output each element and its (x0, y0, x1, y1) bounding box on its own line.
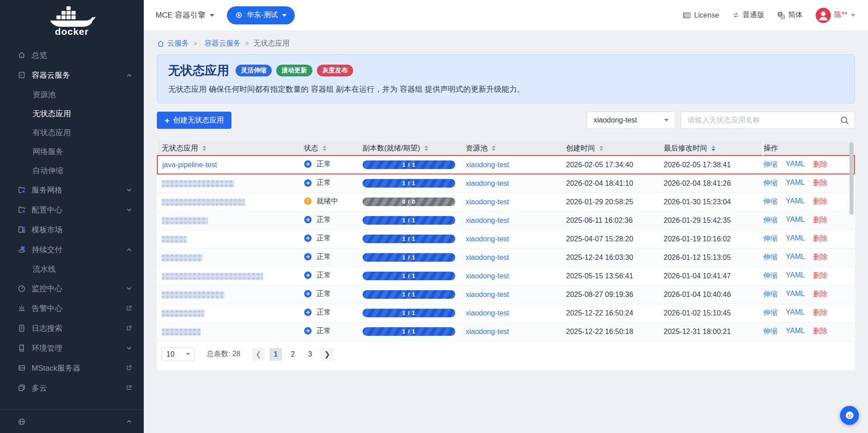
external-link-icon[interactable] (126, 385, 132, 391)
redacted-app-name[interactable] (162, 310, 204, 317)
external-link-icon[interactable] (126, 365, 132, 371)
sidebar-subitem[interactable]: 网络服务 (0, 142, 144, 161)
sidebar-item-11[interactable]: 多云 (0, 378, 144, 398)
column-header[interactable]: 副本数(就绪/期望) (363, 141, 466, 155)
sort-icon[interactable] (599, 146, 603, 151)
action-yaml-link[interactable]: YAML (786, 253, 805, 262)
action-delete-link[interactable]: 删除 (813, 308, 827, 318)
action-delete-link[interactable]: 删除 (813, 327, 827, 336)
action-scale-link[interactable]: 伸缩 (763, 271, 778, 281)
breadcrumb-link-cloud[interactable]: 云服务 (167, 39, 189, 48)
column-header[interactable]: 最后修改时间 (664, 141, 763, 155)
redacted-app-name[interactable] (162, 180, 234, 187)
page-button-3[interactable]: 3 (304, 348, 316, 361)
action-yaml-link[interactable]: YAML (786, 290, 805, 299)
action-scale-link[interactable]: 伸缩 (763, 216, 778, 225)
sidebar-item-4[interactable]: 模板市场 (0, 220, 144, 240)
locale-switch[interactable]: 文A 简体 (777, 10, 803, 20)
action-delete-link[interactable]: 删除 (813, 160, 827, 169)
chevron-up-icon[interactable] (126, 419, 132, 424)
action-yaml-link[interactable]: YAML (786, 197, 805, 207)
page-size-select[interactable]: 10 (161, 348, 195, 361)
sidebar-item-2[interactable]: 服务网格 (0, 180, 144, 200)
action-delete-link[interactable]: 删除 (813, 179, 827, 188)
redacted-app-name[interactable] (162, 273, 263, 280)
action-delete-link[interactable]: 删除 (813, 234, 827, 244)
product-switcher[interactable]: MCE 容器引擎 (156, 10, 214, 20)
column-header[interactable]: 状态 (304, 141, 363, 155)
action-yaml-link[interactable]: YAML (786, 271, 805, 281)
action-scale-link[interactable]: 伸缩 (763, 197, 778, 207)
redacted-app-name[interactable] (162, 254, 203, 261)
prev-page-button[interactable]: ❮ (252, 348, 265, 361)
cluster-selector[interactable]: 华东-测试 (227, 6, 295, 24)
action-yaml-link[interactable]: YAML (786, 216, 805, 225)
redacted-app-name[interactable] (162, 292, 224, 298)
sidebar-subitem[interactable]: 自动伸缩 (0, 161, 144, 180)
sort-icon[interactable] (712, 146, 715, 151)
edition-switch[interactable]: 普通版 (732, 10, 764, 20)
sidebar-subitem[interactable]: 有状态应用 (0, 123, 144, 142)
chevron-up-icon[interactable] (126, 247, 132, 253)
column-header[interactable]: 资源池 (466, 141, 566, 155)
sidebar-footer-toggle[interactable] (0, 409, 144, 433)
column-header[interactable]: 无状态应用 (157, 141, 304, 155)
search-icon[interactable] (840, 116, 849, 125)
external-link-icon[interactable] (126, 325, 132, 331)
sidebar-item-0[interactable]: 总览 (0, 45, 144, 65)
sidebar-item-6[interactable]: 监控中心 (0, 278, 144, 298)
pool-link[interactable]: xiaodong-test (466, 272, 509, 280)
chevron-down-icon[interactable] (126, 345, 132, 351)
chevron-down-icon[interactable] (126, 286, 132, 292)
chevron-up-icon[interactable] (126, 72, 132, 78)
action-yaml-link[interactable]: YAML (786, 160, 805, 169)
redacted-app-name[interactable] (162, 217, 208, 224)
sidebar-item-8[interactable]: 日志搜索 (0, 318, 144, 338)
action-scale-link[interactable]: 伸缩 (763, 290, 778, 299)
pool-select[interactable]: xiaodong-test (587, 112, 675, 129)
sidebar-item-1[interactable]: 容器云服务 (0, 65, 144, 85)
sidebar-item-5[interactable]: 持续交付 (0, 240, 144, 259)
sort-icon[interactable] (492, 146, 495, 151)
breadcrumb-link-container[interactable]: 容器云服务 (204, 39, 241, 48)
column-header[interactable]: 创建时间 (566, 141, 664, 155)
chevron-down-icon[interactable] (126, 187, 132, 193)
sidebar-subitem[interactable]: 资源池 (0, 85, 144, 104)
action-delete-link[interactable]: 删除 (813, 216, 827, 225)
search-input[interactable] (688, 116, 840, 124)
pool-link[interactable]: xiaodong-test (466, 161, 509, 169)
sidebar-item-7[interactable]: 告警中心 (0, 298, 144, 318)
chevron-down-icon[interactable] (126, 207, 132, 213)
sidebar-subitem[interactable]: 流水线 (0, 259, 144, 278)
external-link-icon[interactable] (126, 305, 132, 311)
sort-icon[interactable] (425, 146, 428, 151)
action-scale-link[interactable]: 伸缩 (763, 179, 778, 188)
next-page-button[interactable]: ❯ (321, 348, 334, 361)
sidebar-item-10[interactable]: MStack服务器 (0, 358, 144, 378)
page-button-2[interactable]: 2 (287, 348, 299, 361)
pool-link[interactable]: xiaodong-test (466, 216, 509, 224)
pool-link[interactable]: xiaodong-test (466, 254, 509, 261)
app-name-link[interactable]: java-pipeline-test (162, 161, 217, 169)
sort-icon[interactable] (203, 146, 206, 151)
action-delete-link[interactable]: 删除 (813, 197, 827, 207)
action-yaml-link[interactable]: YAML (786, 179, 805, 188)
pool-link[interactable]: xiaodong-test (466, 235, 509, 243)
sidebar-item-9[interactable]: 环境管理 (0, 338, 144, 358)
action-scale-link[interactable]: 伸缩 (763, 253, 778, 262)
action-yaml-link[interactable]: YAML (786, 327, 805, 336)
action-delete-link[interactable]: 删除 (813, 271, 827, 281)
page-button-1[interactable]: 1 (269, 348, 282, 361)
create-app-button[interactable]: + 创建无状态应用 (157, 112, 231, 129)
action-delete-link[interactable]: 删除 (813, 253, 827, 262)
license-button[interactable]: License (683, 11, 719, 19)
pool-link[interactable]: xiaodong-test (466, 309, 509, 317)
action-scale-link[interactable]: 伸缩 (763, 160, 778, 169)
redacted-app-name[interactable] (162, 236, 187, 243)
redacted-app-name[interactable] (162, 329, 201, 335)
sidebar-subitem[interactable]: 无状态应用 (0, 104, 144, 123)
help-chat-button[interactable] (840, 406, 859, 425)
sort-icon[interactable] (323, 146, 326, 151)
pool-link[interactable]: xiaodong-test (466, 198, 509, 206)
action-scale-link[interactable]: 伸缩 (763, 234, 778, 244)
